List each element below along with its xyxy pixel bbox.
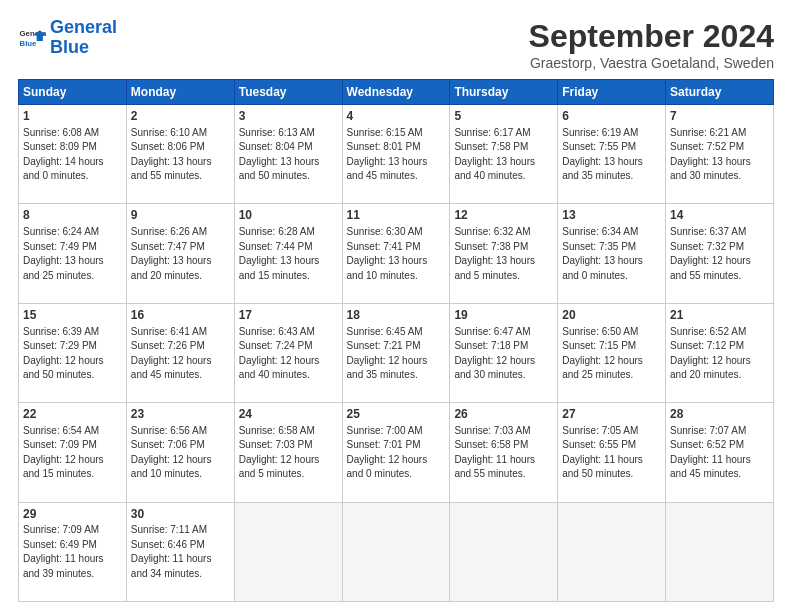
location: Graestorp, Vaestra Goetaland, Sweden bbox=[529, 55, 774, 71]
day-info: Sunrise: 6:34 AM Sunset: 7:35 PM Dayligh… bbox=[562, 225, 661, 283]
day-number: 1 bbox=[23, 108, 122, 125]
header-friday: Friday bbox=[558, 80, 666, 105]
table-row: 14Sunrise: 6:37 AM Sunset: 7:32 PM Dayli… bbox=[666, 204, 774, 303]
calendar-week-row: 29Sunrise: 7:09 AM Sunset: 6:49 PM Dayli… bbox=[19, 502, 774, 601]
table-row: 11Sunrise: 6:30 AM Sunset: 7:41 PM Dayli… bbox=[342, 204, 450, 303]
header-tuesday: Tuesday bbox=[234, 80, 342, 105]
table-row: 28Sunrise: 7:07 AM Sunset: 6:52 PM Dayli… bbox=[666, 403, 774, 502]
table-row: 26Sunrise: 7:03 AM Sunset: 6:58 PM Dayli… bbox=[450, 403, 558, 502]
day-info: Sunrise: 6:08 AM Sunset: 8:09 PM Dayligh… bbox=[23, 126, 122, 184]
table-row: 1Sunrise: 6:08 AM Sunset: 8:09 PM Daylig… bbox=[19, 105, 127, 204]
svg-text:Blue: Blue bbox=[20, 39, 38, 48]
logo-text-blue: Blue bbox=[50, 38, 117, 58]
day-number: 26 bbox=[454, 406, 553, 423]
table-row: 18Sunrise: 6:45 AM Sunset: 7:21 PM Dayli… bbox=[342, 303, 450, 402]
day-info: Sunrise: 6:13 AM Sunset: 8:04 PM Dayligh… bbox=[239, 126, 338, 184]
table-row: 24Sunrise: 6:58 AM Sunset: 7:03 PM Dayli… bbox=[234, 403, 342, 502]
table-row: 29Sunrise: 7:09 AM Sunset: 6:49 PM Dayli… bbox=[19, 502, 127, 601]
day-number: 11 bbox=[347, 207, 446, 224]
table-row: 27Sunrise: 7:05 AM Sunset: 6:55 PM Dayli… bbox=[558, 403, 666, 502]
table-row: 10Sunrise: 6:28 AM Sunset: 7:44 PM Dayli… bbox=[234, 204, 342, 303]
table-row: 5Sunrise: 6:17 AM Sunset: 7:58 PM Daylig… bbox=[450, 105, 558, 204]
table-row: 7Sunrise: 6:21 AM Sunset: 7:52 PM Daylig… bbox=[666, 105, 774, 204]
day-number: 30 bbox=[131, 506, 230, 523]
day-number: 6 bbox=[562, 108, 661, 125]
header: General Blue General Blue September 2024… bbox=[18, 18, 774, 71]
day-info: Sunrise: 7:11 AM Sunset: 6:46 PM Dayligh… bbox=[131, 523, 230, 581]
day-info: Sunrise: 6:41 AM Sunset: 7:26 PM Dayligh… bbox=[131, 325, 230, 383]
table-row: 15Sunrise: 6:39 AM Sunset: 7:29 PM Dayli… bbox=[19, 303, 127, 402]
table-row: 6Sunrise: 6:19 AM Sunset: 7:55 PM Daylig… bbox=[558, 105, 666, 204]
day-info: Sunrise: 7:00 AM Sunset: 7:01 PM Dayligh… bbox=[347, 424, 446, 482]
day-number: 13 bbox=[562, 207, 661, 224]
day-info: Sunrise: 6:54 AM Sunset: 7:09 PM Dayligh… bbox=[23, 424, 122, 482]
day-number: 4 bbox=[347, 108, 446, 125]
calendar-week-row: 15Sunrise: 6:39 AM Sunset: 7:29 PM Dayli… bbox=[19, 303, 774, 402]
day-info: Sunrise: 6:10 AM Sunset: 8:06 PM Dayligh… bbox=[131, 126, 230, 184]
table-row bbox=[342, 502, 450, 601]
day-info: Sunrise: 6:17 AM Sunset: 7:58 PM Dayligh… bbox=[454, 126, 553, 184]
day-number: 5 bbox=[454, 108, 553, 125]
day-number: 20 bbox=[562, 307, 661, 324]
day-number: 14 bbox=[670, 207, 769, 224]
table-row: 16Sunrise: 6:41 AM Sunset: 7:26 PM Dayli… bbox=[126, 303, 234, 402]
calendar-table: Sunday Monday Tuesday Wednesday Thursday… bbox=[18, 79, 774, 602]
table-row: 13Sunrise: 6:34 AM Sunset: 7:35 PM Dayli… bbox=[558, 204, 666, 303]
calendar-header-row: Sunday Monday Tuesday Wednesday Thursday… bbox=[19, 80, 774, 105]
day-number: 23 bbox=[131, 406, 230, 423]
logo-text-general: General bbox=[50, 18, 117, 38]
day-info: Sunrise: 6:52 AM Sunset: 7:12 PM Dayligh… bbox=[670, 325, 769, 383]
table-row: 4Sunrise: 6:15 AM Sunset: 8:01 PM Daylig… bbox=[342, 105, 450, 204]
day-info: Sunrise: 7:07 AM Sunset: 6:52 PM Dayligh… bbox=[670, 424, 769, 482]
day-info: Sunrise: 6:56 AM Sunset: 7:06 PM Dayligh… bbox=[131, 424, 230, 482]
table-row bbox=[666, 502, 774, 601]
day-number: 3 bbox=[239, 108, 338, 125]
header-sunday: Sunday bbox=[19, 80, 127, 105]
day-number: 12 bbox=[454, 207, 553, 224]
day-info: Sunrise: 6:30 AM Sunset: 7:41 PM Dayligh… bbox=[347, 225, 446, 283]
table-row bbox=[234, 502, 342, 601]
month-title: September 2024 bbox=[529, 18, 774, 55]
table-row: 21Sunrise: 6:52 AM Sunset: 7:12 PM Dayli… bbox=[666, 303, 774, 402]
table-row: 3Sunrise: 6:13 AM Sunset: 8:04 PM Daylig… bbox=[234, 105, 342, 204]
table-row bbox=[558, 502, 666, 601]
day-info: Sunrise: 7:05 AM Sunset: 6:55 PM Dayligh… bbox=[562, 424, 661, 482]
table-row: 23Sunrise: 6:56 AM Sunset: 7:06 PM Dayli… bbox=[126, 403, 234, 502]
day-info: Sunrise: 6:28 AM Sunset: 7:44 PM Dayligh… bbox=[239, 225, 338, 283]
table-row: 8Sunrise: 6:24 AM Sunset: 7:49 PM Daylig… bbox=[19, 204, 127, 303]
logo: General Blue General Blue bbox=[18, 18, 117, 58]
calendar-week-row: 22Sunrise: 6:54 AM Sunset: 7:09 PM Dayli… bbox=[19, 403, 774, 502]
day-info: Sunrise: 6:32 AM Sunset: 7:38 PM Dayligh… bbox=[454, 225, 553, 283]
day-number: 8 bbox=[23, 207, 122, 224]
calendar-week-row: 8Sunrise: 6:24 AM Sunset: 7:49 PM Daylig… bbox=[19, 204, 774, 303]
day-number: 15 bbox=[23, 307, 122, 324]
table-row: 22Sunrise: 6:54 AM Sunset: 7:09 PM Dayli… bbox=[19, 403, 127, 502]
day-info: Sunrise: 7:09 AM Sunset: 6:49 PM Dayligh… bbox=[23, 523, 122, 581]
day-number: 18 bbox=[347, 307, 446, 324]
day-number: 21 bbox=[670, 307, 769, 324]
day-number: 16 bbox=[131, 307, 230, 324]
table-row: 9Sunrise: 6:26 AM Sunset: 7:47 PM Daylig… bbox=[126, 204, 234, 303]
day-info: Sunrise: 6:47 AM Sunset: 7:18 PM Dayligh… bbox=[454, 325, 553, 383]
day-number: 29 bbox=[23, 506, 122, 523]
day-number: 7 bbox=[670, 108, 769, 125]
day-number: 17 bbox=[239, 307, 338, 324]
day-info: Sunrise: 6:24 AM Sunset: 7:49 PM Dayligh… bbox=[23, 225, 122, 283]
logo-icon: General Blue bbox=[18, 24, 46, 52]
day-info: Sunrise: 6:45 AM Sunset: 7:21 PM Dayligh… bbox=[347, 325, 446, 383]
day-info: Sunrise: 6:21 AM Sunset: 7:52 PM Dayligh… bbox=[670, 126, 769, 184]
day-info: Sunrise: 6:39 AM Sunset: 7:29 PM Dayligh… bbox=[23, 325, 122, 383]
table-row: 30Sunrise: 7:11 AM Sunset: 6:46 PM Dayli… bbox=[126, 502, 234, 601]
day-info: Sunrise: 6:19 AM Sunset: 7:55 PM Dayligh… bbox=[562, 126, 661, 184]
header-monday: Monday bbox=[126, 80, 234, 105]
day-info: Sunrise: 6:50 AM Sunset: 7:15 PM Dayligh… bbox=[562, 325, 661, 383]
table-row bbox=[450, 502, 558, 601]
header-thursday: Thursday bbox=[450, 80, 558, 105]
table-row: 20Sunrise: 6:50 AM Sunset: 7:15 PM Dayli… bbox=[558, 303, 666, 402]
day-number: 10 bbox=[239, 207, 338, 224]
table-row: 17Sunrise: 6:43 AM Sunset: 7:24 PM Dayli… bbox=[234, 303, 342, 402]
header-wednesday: Wednesday bbox=[342, 80, 450, 105]
table-row: 12Sunrise: 6:32 AM Sunset: 7:38 PM Dayli… bbox=[450, 204, 558, 303]
day-info: Sunrise: 6:15 AM Sunset: 8:01 PM Dayligh… bbox=[347, 126, 446, 184]
day-number: 25 bbox=[347, 406, 446, 423]
